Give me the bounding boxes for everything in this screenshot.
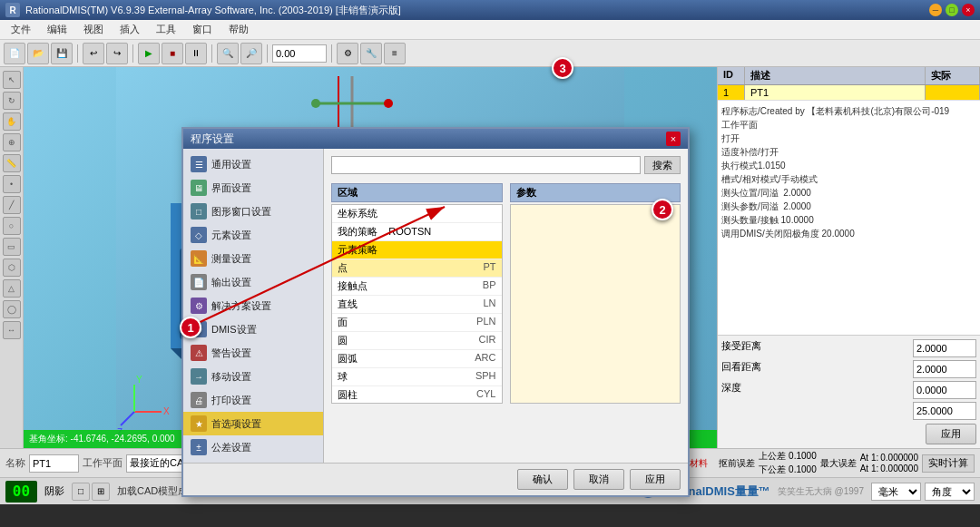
apply-dialog-button[interactable]: 应用 [630, 469, 681, 490]
sidebar-line[interactable]: ╱ [3, 196, 21, 214]
depth-input[interactable] [913, 381, 976, 399]
nav-graphics[interactable]: □ 图形窗口设置 [183, 200, 323, 223]
menu-edit[interactable]: 编辑 [40, 21, 74, 38]
sidebar-dim[interactable]: ↔ [3, 321, 21, 339]
separator5 [331, 44, 332, 63]
nav-output-label: 输出设置 [211, 276, 251, 289]
list-item-element-strategy[interactable]: 元素策略 [332, 241, 502, 259]
name-input[interactable] [29, 454, 79, 473]
search-input[interactable] [331, 156, 641, 174]
nav-general[interactable]: ☰ 通用设置 [183, 152, 323, 176]
nav-warning[interactable]: ⚠ 警告设置 [183, 341, 323, 365]
close-button[interactable]: × [962, 4, 975, 16]
sidebar-select[interactable]: ↖ [3, 71, 21, 89]
table-row[interactable]: 1 PT1 [718, 85, 980, 101]
sidebar-point[interactable]: • [3, 175, 21, 193]
nav-tolerance[interactable]: ± 公差设置 [183, 435, 323, 459]
menu-tools[interactable]: 工具 [149, 21, 183, 38]
tb-pause[interactable]: ⏸ [185, 43, 207, 64]
return-input[interactable] [913, 360, 976, 378]
region-list[interactable]: 坐标系统 我的策略 ROOTSN 元素策略 点 PT 接触点 [331, 204, 503, 404]
sidebar-measure[interactable]: 📏 [3, 154, 21, 172]
coord-input[interactable] [272, 44, 327, 63]
list-item-pt[interactable]: 点 PT [332, 259, 502, 278]
status-btn1[interactable]: □ [72, 483, 90, 501]
list-item-cyl[interactable]: 圆柱 CYL [332, 386, 502, 404]
titlebar: R RationalDMIS(TM) V6.9.39 External-Arra… [0, 0, 980, 20]
list-item-sph[interactable]: 球 SPH [332, 368, 502, 386]
depth-label: 深度 [721, 381, 741, 399]
nav-output[interactable]: 📄 输出设置 [183, 270, 323, 294]
maximize-button[interactable]: □ [946, 4, 958, 16]
minimize-button[interactable]: ─ [929, 4, 942, 16]
at1-val2: 0.000000 [880, 464, 918, 473]
nav-tolerance-label: 公差设置 [211, 441, 251, 454]
sidebar-rotate[interactable]: ↻ [3, 92, 21, 110]
nav-element[interactable]: ◇ 元素设置 [183, 223, 323, 247]
dialog-title: 程序设置 [191, 132, 234, 147]
tolerance-icon: ± [191, 439, 207, 455]
sidebar-cone[interactable]: △ [3, 279, 21, 298]
angle-select[interactable]: 角度 弧度 [925, 483, 975, 501]
list-item-pln[interactable]: 面 PLN [332, 314, 502, 332]
sidebar-sphere[interactable]: ◯ [3, 300, 21, 318]
param-list[interactable] [510, 204, 681, 404]
sidebar-pan[interactable]: ✋ [3, 112, 21, 131]
distance-input[interactable] [913, 339, 976, 357]
list-item-coords[interactable]: 坐标系统 [332, 205, 502, 223]
tb-zoom-out[interactable]: 🔎 [240, 43, 262, 64]
tb-probe[interactable]: 🔧 [360, 43, 382, 64]
nav-dmis[interactable]: D DMIS设置 [183, 317, 323, 341]
tb-open[interactable]: 📂 [27, 43, 49, 64]
list-item-bp[interactable]: 接触点 BP [332, 278, 502, 296]
sidebar-cyl[interactable]: ⬡ [3, 259, 21, 277]
sidebar-plane[interactable]: ▭ [3, 238, 21, 256]
angle-depth-input[interactable] [913, 402, 976, 420]
search-button[interactable]: 搜索 [644, 156, 681, 174]
nav-interface[interactable]: 🖥 界面设置 [183, 176, 323, 200]
down-tolerance: 下公差 0.1000 [759, 464, 816, 476]
sidebar-zoom[interactable]: ⊕ [3, 133, 21, 151]
max-error-label: 最大误差 [820, 457, 857, 470]
sidebar-circle[interactable]: ○ [3, 217, 21, 235]
callout-3-label: 3 [559, 62, 565, 75]
cancel-button[interactable]: 取消 [573, 469, 624, 490]
tb-more[interactable]: ≡ [384, 43, 406, 64]
nav-measure[interactable]: 📐 测量设置 [183, 247, 323, 270]
unit-select[interactable]: 毫米 英寸 [871, 483, 921, 501]
callout-3: 3 [552, 57, 573, 79]
tb-run[interactable]: ▶ [138, 43, 160, 64]
list-item-ln[interactable]: 直线 LN [332, 296, 502, 314]
tb-redo[interactable]: ↪ [106, 43, 128, 64]
nav-element-label: 元素设置 [211, 229, 251, 242]
tb-settings[interactable]: ⚙ [337, 43, 358, 64]
tb-new[interactable]: 📄 [4, 43, 25, 64]
output-icon: 📄 [191, 274, 207, 290]
tb-undo[interactable]: ↩ [83, 43, 104, 64]
tb-zoom-in[interactable]: 🔍 [217, 43, 239, 64]
nav-print-label: 打印设置 [211, 394, 251, 407]
nav-print[interactable]: 🖨 打印设置 [183, 388, 323, 412]
apply-btn[interactable]: 应用 [926, 424, 976, 444]
tb-save[interactable]: 💾 [51, 43, 73, 64]
nav-solution[interactable]: ⚙ 解决方案设置 [183, 294, 323, 317]
list-item-strategy[interactable]: 我的策略 ROOTSN [332, 223, 502, 241]
menu-window[interactable]: 窗口 [185, 21, 220, 38]
interface-icon: 🖥 [191, 180, 207, 196]
confirm-button[interactable]: 确认 [517, 469, 568, 490]
tb-stop[interactable]: ■ [162, 43, 183, 64]
menu-file[interactable]: 文件 [4, 21, 38, 38]
menu-help[interactable]: 帮助 [221, 21, 256, 38]
list-item-arc[interactable]: 圆弧 ARC [332, 350, 502, 368]
menu-view[interactable]: 视图 [76, 21, 111, 38]
nav-move[interactable]: → 移动设置 [183, 365, 323, 388]
status-btn2[interactable]: ⊞ [92, 483, 110, 501]
correction-label: 抠前误差 [719, 457, 755, 470]
counter-display: 00 [13, 483, 30, 500]
calc-btn[interactable]: 实时计算 [922, 454, 975, 473]
menu-insert[interactable]: 插入 [113, 21, 147, 38]
list-item-cir[interactable]: 圆 CIR [332, 332, 502, 350]
nav-preference[interactable]: ★ 首选项设置 [183, 412, 323, 435]
dialog-close-button[interactable]: × [666, 132, 681, 146]
workplane-label: 工作平面 [83, 456, 122, 470]
